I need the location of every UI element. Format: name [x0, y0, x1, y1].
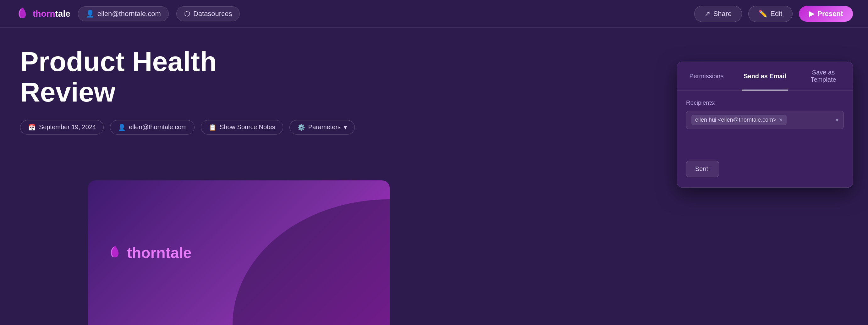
share-button[interactable]: ↗ Share — [694, 6, 742, 22]
recipients-label: Recipients: — [686, 99, 844, 106]
source-notes-pill[interactable]: 📋 Show Source Notes — [201, 120, 283, 135]
author-label: ellen@thorntale.com — [129, 123, 187, 131]
parameters-chevron-icon: ▾ — [344, 123, 347, 131]
parameters-icon: ⚙️ — [297, 123, 305, 131]
share-panel: Permissions Send as Email Save as Templa… — [677, 62, 853, 188]
user-icon: 👤 — [86, 10, 94, 18]
calendar-icon: 📅 — [28, 123, 36, 131]
present-icon: ▶ — [809, 10, 814, 18]
tab-permissions-label: Permissions — [689, 72, 724, 80]
datasources-button[interactable]: ⬡ Datasources — [176, 6, 240, 21]
share-panel-body: Recipients: ellen hui <ellen@thorntale.c… — [677, 91, 852, 187]
slide-preview: thorntale — [88, 180, 390, 325]
recipient-tag: ellen hui <ellen@thorntale.com> ✕ — [691, 115, 786, 125]
chevron-down-icon: ▾ — [836, 117, 838, 123]
user-email-button[interactable]: 👤 ellen@thorntale.com — [78, 6, 169, 21]
main-content: Product Health Review 📅 September 19, 20… — [0, 28, 868, 325]
tab-permissions[interactable]: Permissions — [677, 62, 736, 90]
slide-curve-decoration — [232, 199, 390, 325]
navbar: thorntale 👤 ellen@thorntale.com ⬡ Dataso… — [0, 0, 868, 28]
tab-send-email[interactable]: Send as Email — [736, 62, 794, 90]
logo[interactable]: thorntale — [15, 6, 70, 21]
source-notes-label: Show Source Notes — [220, 123, 275, 131]
edit-button[interactable]: ✏️ Edit — [748, 6, 793, 22]
tab-save-template[interactable]: Save as Template — [794, 62, 852, 90]
share-label: Share — [713, 10, 732, 18]
present-button[interactable]: ▶ Present — [799, 6, 853, 22]
parameters-label: Parameters — [308, 123, 341, 131]
sent-button-label: Sent! — [695, 165, 710, 173]
present-label: Present — [817, 10, 843, 18]
tab-send-email-label: Send as Email — [744, 72, 786, 80]
date-label: September 19, 2024 — [39, 123, 96, 131]
navbar-left: thorntale 👤 ellen@thorntale.com ⬡ Dataso… — [15, 6, 240, 21]
recipient-value: ellen hui <ellen@thorntale.com> — [695, 117, 776, 123]
author-pill[interactable]: 👤 ellen@thorntale.com — [110, 120, 194, 135]
edit-icon: ✏️ — [758, 10, 767, 18]
datasources-icon: ⬡ — [184, 10, 190, 18]
slide-logo-icon — [107, 244, 123, 261]
user-email-label: ellen@thorntale.com — [97, 10, 161, 18]
logo-icon — [15, 6, 30, 21]
share-icon: ↗ — [705, 10, 710, 18]
recipient-remove-icon[interactable]: ✕ — [779, 117, 783, 123]
edit-label: Edit — [770, 10, 782, 18]
date-pill[interactable]: 📅 September 19, 2024 — [20, 120, 104, 135]
datasources-label: Datasources — [193, 10, 232, 18]
slide-logo: thorntale — [107, 244, 191, 262]
logo-text: thorntale — [33, 9, 70, 19]
share-tabs: Permissions Send as Email Save as Templa… — [677, 62, 852, 91]
recipients-input[interactable]: ellen hui <ellen@thorntale.com> ✕ ▾ — [686, 111, 844, 129]
tab-save-template-label: Save as Template — [810, 69, 836, 83]
page-title: Product Health Review — [20, 47, 272, 108]
author-icon: 👤 — [118, 123, 126, 131]
source-notes-icon: 📋 — [209, 123, 217, 131]
slide-logo-text: thorntale — [127, 244, 191, 262]
navbar-right: ↗ Share ✏️ Edit ▶ Present — [694, 6, 853, 22]
spacer — [686, 129, 844, 160]
sent-button[interactable]: Sent! — [686, 160, 719, 177]
parameters-pill[interactable]: ⚙️ Parameters ▾ — [289, 120, 355, 135]
